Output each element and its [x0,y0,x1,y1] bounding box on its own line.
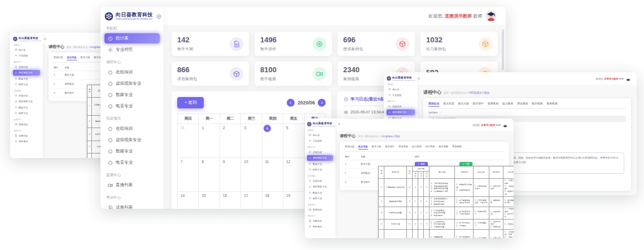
sidebar-item-majors[interactable]: 专业对照 [307,138,333,143]
prev-month-button[interactable] [287,99,295,107]
sidebar-item-train-online[interactable]: 在线培训 [104,124,160,134]
tab-教员资源[interactable]: 教员资源 [67,56,77,60]
sidebar-item-course-dm[interactable]: 数媒专业 [13,76,40,81]
sidebar-item-train-vr[interactable]: 虚拟现实专业 [104,135,160,145]
tab-教学大纲[interactable]: 教学大纲 [372,145,382,150]
breadcrumb-item[interactable]: C4D影视设计案例 [468,91,489,94]
calendar-day-cell[interactable]: 17 [241,192,262,209]
sidebar-item-live-list[interactable]: 直播列表 [104,180,160,190]
calendar-day-cell[interactable]: 11 [262,158,283,192]
sidebar-item-exam-list[interactable]: 试卷列表 [13,133,40,138]
calendar-day-cell[interactable]: 10 [241,158,262,192]
breadcrumb-item[interactable]: 首页 [444,91,449,94]
sidebar-item-train-dm[interactable]: 数媒专业 [104,146,160,156]
breadcrumb-item[interactable]: C4D影视设计案例 [381,135,400,138]
calendar-day-cell[interactable]: 31 [178,124,199,158]
sidebar-item-exam-list[interactable]: 试卷列表 [104,203,160,209]
sidebar-item-course-vr[interactable]: 虚拟现实专业 [307,155,333,160]
tab-教员资源[interactable]: 教员资源 [443,102,454,107]
calendar-day-cell[interactable]: 1 [199,124,220,158]
sidebar-item-train-vr[interactable]: 虚拟现实专业 [307,184,333,189]
tab-教学课件[interactable]: 教学课件 [473,102,484,107]
tab-教学大纲[interactable]: 教学大纲 [81,56,90,60]
sidebar-item-train-online[interactable]: 在线培训 [13,93,40,98]
calendar-day-cell[interactable]: 7 [178,158,199,192]
calendar-day-cell[interactable]: 2 [220,124,240,158]
sidebar-item-course-vr[interactable]: 虚拟现实专业 [387,109,415,115]
sidebar-item-course-vr[interactable]: 虚拟现实专业 [13,70,40,75]
gear-icon [108,47,113,52]
sidebar-item-course-esports[interactable]: 电竞专业 [307,167,333,172]
sidebar-item-course-online[interactable]: 在线培训 [307,150,333,155]
calendar-day-cell[interactable]: 12 [283,158,304,192]
sidebar-item-train-vr[interactable]: 虚拟现实专业 [13,99,40,104]
tab-教学大纲[interactable]: 教学大纲 [458,102,468,107]
sidebar-item-stats[interactable]: 统计表 [13,47,40,52]
calendar-day-cell[interactable]: 16 [220,192,240,209]
sidebar-item-course-online[interactable]: 在线培训 [387,104,415,109]
tab-授课案例[interactable]: 授课案例 [398,145,408,150]
tab-案例信息[interactable]: 案例信息 [428,102,439,107]
calendar-day-cell[interactable]: 4 [262,124,283,158]
sidebar-item-course-esports[interactable]: 电竞专业 [13,82,40,87]
expand-all-toggle[interactable]: 全部展开 [428,111,626,114]
calendar-day-cell[interactable]: 3 [241,124,262,158]
sidebar-item-live-list[interactable]: 直播列表 [13,122,40,127]
tab-案例信息[interactable]: 案例信息 [345,145,354,150]
calendar-day-cell[interactable]: 18 [262,192,283,209]
tab-授课案例[interactable]: 授课案例 [488,102,498,107]
calendar-day-cell[interactable]: 15 [199,192,220,209]
tab-练习案例[interactable]: 练习案例 [412,145,422,150]
calendar-day-cell[interactable]: 14 [178,192,199,209]
download-button-label: 下载 [465,163,470,165]
sidebar-item-course-online[interactable]: 在线培训 [104,67,160,77]
tab-练习案例[interactable]: 练习案例 [502,102,513,107]
sidebar-item-course-esports[interactable]: 电竞专业 [104,101,160,111]
sidebar-item-course-vr[interactable]: 虚拟现实专业 [104,78,160,89]
scrollbar[interactable] [502,29,504,70]
calendar-day-cell[interactable]: 9 [220,158,240,192]
clock-icon [108,36,113,41]
calendar-day-cell[interactable]: 5 [283,124,304,158]
sidebar-item-majors[interactable]: 专业对照 [13,53,40,58]
tab-案例视频[interactable]: 案例视频 [547,102,558,107]
breadcrumb-item[interactable]: 虚拟现实专业 [365,135,379,138]
calendar-day-cell[interactable]: 19 [283,192,304,209]
tab-教学课件[interactable]: 教学课件 [385,145,395,150]
tab-案例信息[interactable]: 案例信息 [54,56,63,60]
sidebar-item-majors[interactable]: 专业对照 [104,45,160,55]
next-month-button[interactable] [318,99,326,107]
circle-icon [388,111,391,114]
teacher-avatar[interactable] [485,10,497,21]
tab-教学视频[interactable]: 教学视频 [532,102,542,107]
sidebar-item-train-esports[interactable]: 电竞专业 [13,111,40,116]
sidebar-item-my-exam[interactable]: 我的考试 [13,139,40,144]
calendar-day-cell[interactable]: 8 [199,158,220,192]
breadcrumb-item[interactable]: 虚拟现实专业 [73,46,87,49]
sidebar-item-train-esports[interactable]: 电竞专业 [104,157,160,168]
tab-课后案例[interactable]: 课后案例 [426,145,435,150]
sidebar-item-stats[interactable]: 统计表 [307,133,333,138]
col-no: 编号 [345,155,361,158]
tab-案例视频[interactable]: 案例视频 [452,145,462,150]
sidebar-item-course-dm[interactable]: 数媒专业 [104,90,160,100]
sidebar-item-stats[interactable]: 统计表 [104,33,160,43]
signin-button[interactable]: + 签到 [177,97,204,108]
teacher-avatar[interactable] [625,76,631,81]
sidebar-item-course-online[interactable]: 在线培训 [13,64,40,69]
sidebar-item-majors[interactable]: 专业对照 [387,93,415,98]
tab-教员资源[interactable]: 教员资源 [358,145,368,150]
sidebar-item-train-online[interactable]: 在线培训 [307,178,333,183]
sidebar-item-stats[interactable]: 统计表 [387,87,415,92]
sidebar-item-train-dm[interactable]: 数媒专业 [13,105,40,110]
tab-教学视频[interactable]: 教学视频 [439,145,448,150]
sidebar-item-my-exam[interactable]: 我的考试 [307,224,333,229]
breadcrumb-item[interactable]: 虚拟现实专业 [451,91,467,94]
teacher-avatar[interactable] [502,122,508,128]
sidebar-item-exam-list[interactable]: 试卷列表 [307,218,333,223]
sidebar-item-course-dm[interactable]: 数媒专业 [307,161,333,166]
sidebar-item-train-esports[interactable]: 电竞专业 [307,196,333,201]
tab-课后案例[interactable]: 课后案例 [517,102,528,107]
sidebar-item-train-dm[interactable]: 数媒专业 [307,190,333,195]
sidebar-item-live-list[interactable]: 直播列表 [307,207,333,212]
